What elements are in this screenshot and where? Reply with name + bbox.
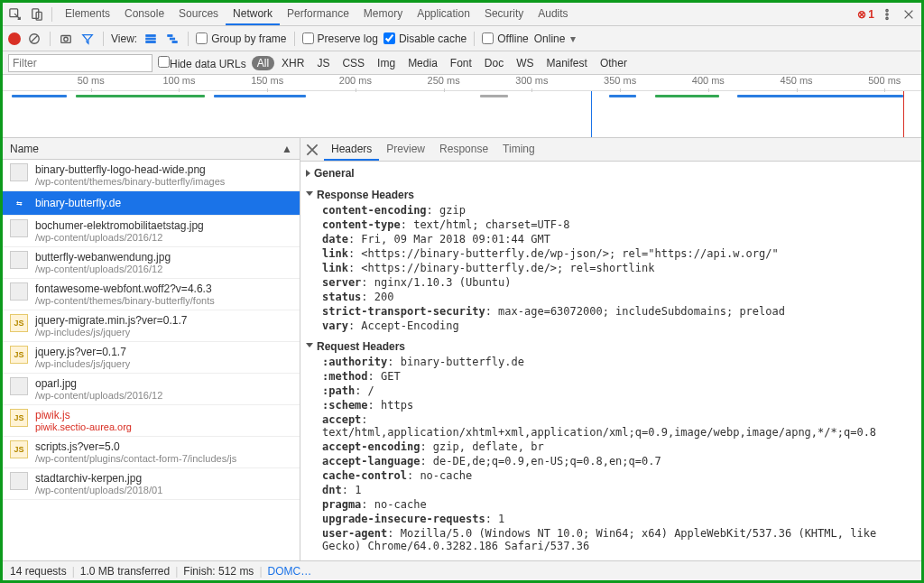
header-name: content-type bbox=[322, 218, 401, 231]
tab-memory[interactable]: Memory bbox=[356, 4, 410, 25]
header-name: accept bbox=[322, 413, 361, 426]
sort-ascending-icon: ▲ bbox=[282, 143, 292, 155]
request-row[interactable]: JSjquery.js?ver=0.1.7/wp-includes/js/jqu… bbox=[3, 342, 300, 374]
header-value: no-cache bbox=[420, 469, 472, 482]
request-path: /wp-content/plugins/contact-form-7/inclu… bbox=[35, 453, 236, 464]
tab-audits[interactable]: Audits bbox=[531, 4, 575, 25]
tab-application[interactable]: Application bbox=[410, 4, 477, 25]
timeline-tick: 250 ms bbox=[428, 75, 460, 86]
group-by-frame-checkbox[interactable]: Group by frame bbox=[196, 32, 286, 45]
type-filter-img[interactable]: Img bbox=[372, 56, 401, 70]
kebab-menu-icon[interactable] bbox=[878, 5, 896, 23]
header-name: pragma bbox=[322, 498, 361, 511]
header-name: :path bbox=[322, 384, 355, 397]
device-toolbar-icon[interactable] bbox=[28, 5, 46, 23]
hide-data-urls-checkbox[interactable]: Hide data URLs bbox=[158, 56, 246, 70]
header-value: GET bbox=[381, 370, 401, 383]
js-icon: JS bbox=[10, 440, 28, 458]
error-count-badge[interactable]: 1 bbox=[857, 8, 874, 21]
close-devtools-icon[interactable] bbox=[900, 5, 918, 23]
type-filter-all[interactable]: All bbox=[252, 56, 274, 70]
request-row[interactable]: stadtarchiv-kerpen.jpg/wp-content/upload… bbox=[3, 468, 300, 500]
img-icon bbox=[10, 251, 28, 269]
type-filter-ws[interactable]: WS bbox=[511, 56, 539, 70]
svg-rect-14 bbox=[172, 41, 177, 42]
request-row[interactable]: binary-butterfly-logo-head-wide.png/wp-c… bbox=[3, 160, 300, 191]
timeline-overview[interactable]: 50 ms100 ms150 ms200 ms250 ms300 ms350 m… bbox=[3, 75, 921, 138]
group-header[interactable]: General bbox=[306, 165, 916, 181]
group-header[interactable]: Response Headers bbox=[306, 187, 916, 203]
filter-icon[interactable] bbox=[79, 31, 96, 47]
request-title: binary-butterfly-logo-head-wide.png bbox=[35, 163, 225, 176]
details-tab-response[interactable]: Response bbox=[432, 139, 495, 161]
group-header[interactable]: Request Headers bbox=[306, 338, 916, 355]
tab-security[interactable]: Security bbox=[477, 4, 531, 25]
throttling-select[interactable]: Online ▾ bbox=[534, 32, 576, 45]
type-filter-js[interactable]: JS bbox=[311, 56, 335, 70]
type-filter-other[interactable]: Other bbox=[595, 56, 633, 70]
clear-icon[interactable] bbox=[26, 31, 42, 47]
header-row: status: 200 bbox=[322, 290, 916, 304]
request-path: /wp-content/themes/binary-butterfly/imag… bbox=[35, 176, 225, 187]
type-filter-xhr[interactable]: XHR bbox=[276, 56, 310, 70]
svg-point-4 bbox=[886, 13, 888, 14]
request-row[interactable]: JSpiwik.jspiwik.sectio-aurea.org bbox=[3, 405, 300, 437]
header-name: status bbox=[322, 291, 361, 303]
capture-screenshots-icon[interactable] bbox=[58, 31, 74, 47]
svg-rect-13 bbox=[171, 38, 175, 40]
record-button[interactable] bbox=[8, 32, 21, 45]
request-title: scripts.js?ver=5.0 bbox=[35, 440, 236, 453]
header-name: vary bbox=[322, 319, 348, 332]
request-row[interactable]: ⇆binary-butterfly.de bbox=[3, 191, 300, 216]
close-details-icon[interactable] bbox=[304, 142, 320, 158]
type-filter-font[interactable]: Font bbox=[445, 56, 477, 70]
request-row[interactable]: butterfly-webanwendung.jpg/wp-content/up… bbox=[3, 247, 300, 279]
details-tab-headers[interactable]: Headers bbox=[324, 139, 379, 161]
divider bbox=[51, 7, 52, 22]
request-path: piwik.sectio-aurea.org bbox=[35, 421, 132, 432]
tab-console[interactable]: Console bbox=[117, 4, 171, 25]
header-row: link: <https://binary-butterfly.de/>; re… bbox=[322, 261, 916, 275]
request-row[interactable]: oparl.jpg/wp-content/uploads/2016/12 bbox=[3, 374, 300, 405]
request-title: butterfly-webanwendung.jpg bbox=[35, 251, 171, 264]
header-row: accept: text/html,application/xhtml+xml,… bbox=[322, 412, 916, 440]
header-value: Fri, 09 Mar 2018 09:01:44 GMT bbox=[361, 233, 550, 245]
disable-cache-checkbox[interactable]: Disable cache bbox=[383, 32, 467, 45]
svg-rect-10 bbox=[146, 38, 156, 40]
request-row[interactable]: bochumer-elektromobilitaetstag.jpg/wp-co… bbox=[3, 216, 300, 247]
type-filter-css[interactable]: CSS bbox=[337, 56, 370, 70]
waterfall-icon[interactable] bbox=[164, 31, 180, 47]
header-row: :scheme: https bbox=[322, 398, 916, 412]
request-title: jquery.js?ver=0.1.7 bbox=[35, 346, 130, 358]
inspect-element-icon[interactable] bbox=[6, 5, 24, 23]
details-tab-timing[interactable]: Timing bbox=[495, 139, 542, 161]
request-path: /wp-includes/js/jquery bbox=[35, 358, 130, 369]
timeline-tick: 100 ms bbox=[162, 75, 195, 86]
header-value: gzip bbox=[439, 204, 466, 217]
type-filter-media[interactable]: Media bbox=[402, 56, 443, 70]
request-row[interactable]: fontawesome-webfont.woff2?v=4.6.3/wp-con… bbox=[3, 279, 300, 310]
type-filter-manifest[interactable]: Manifest bbox=[541, 56, 593, 70]
tab-performance[interactable]: Performance bbox=[280, 4, 356, 25]
header-name: accept-language bbox=[322, 455, 420, 467]
tab-network[interactable]: Network bbox=[226, 4, 280, 25]
status-domcontentloaded: DOMC… bbox=[268, 565, 312, 578]
type-filter-doc[interactable]: Doc bbox=[479, 56, 509, 70]
large-rows-icon[interactable] bbox=[143, 31, 159, 47]
preserve-log-checkbox[interactable]: Preserve log bbox=[302, 32, 378, 45]
request-row[interactable]: JSscripts.js?ver=5.0/wp-content/plugins/… bbox=[3, 437, 300, 468]
tab-elements[interactable]: Elements bbox=[58, 4, 117, 25]
header-value: text/html; charset=UTF-8 bbox=[413, 218, 569, 231]
disclosure-triangle-icon bbox=[306, 170, 310, 177]
offline-checkbox[interactable]: Offline bbox=[482, 32, 528, 45]
filter-input[interactable] bbox=[8, 54, 152, 72]
svg-point-3 bbox=[886, 9, 888, 11]
type-filter-pills: AllXHRJSCSSImgMediaFontDocWSManifestOthe… bbox=[252, 56, 633, 70]
header-value: binary-butterfly.de bbox=[401, 356, 524, 368]
tab-sources[interactable]: Sources bbox=[171, 4, 226, 25]
column-header-name[interactable]: Name ▲ bbox=[3, 138, 300, 160]
headers-panel: GeneralResponse Headerscontent-encoding:… bbox=[300, 162, 921, 560]
details-tab-preview[interactable]: Preview bbox=[379, 139, 432, 161]
request-row[interactable]: JSjquery-migrate.min.js?ver=0.1.7/wp-inc… bbox=[3, 310, 300, 342]
img-icon bbox=[10, 377, 28, 395]
